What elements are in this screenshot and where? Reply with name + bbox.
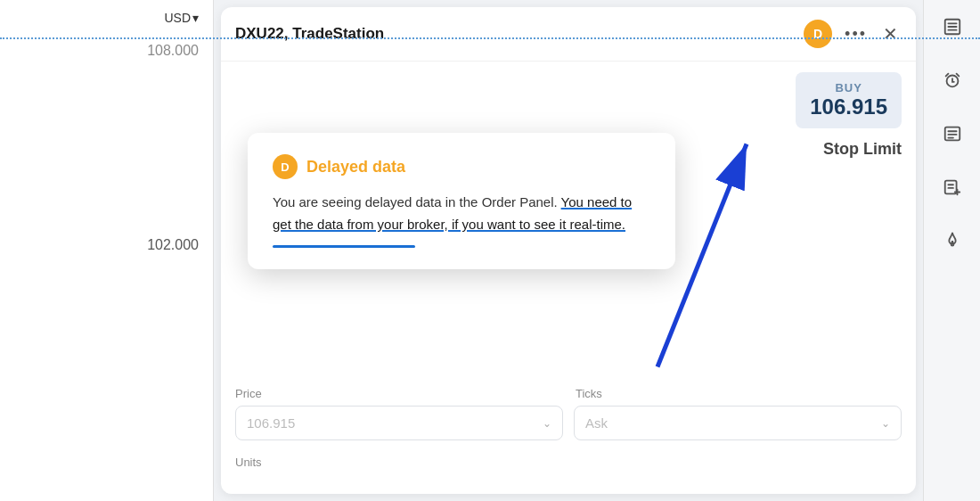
- tooltip-body: You are seeing delayed data in the Order…: [273, 192, 650, 236]
- more-options-button[interactable]: •••: [841, 21, 870, 47]
- price-chevron-icon: ⌄: [543, 417, 551, 430]
- left-column: USD ▾ 108.000 102.000: [0, 0, 214, 501]
- panel-title: DXU22, TradeStation: [235, 25, 795, 43]
- ticks-input-value: Ask: [585, 415, 608, 431]
- add-note-icon[interactable]: [936, 171, 968, 203]
- form-labels: Price Ticks: [235, 387, 902, 400]
- buy-price: 106.915: [810, 94, 887, 119]
- close-button[interactable]: ✕: [879, 21, 902, 46]
- panel-avatar[interactable]: D: [804, 20, 832, 48]
- currency-text: USD: [164, 11, 191, 25]
- right-sidebar: [923, 0, 980, 501]
- price-input-value: 106.915: [247, 415, 295, 431]
- ticks-label: Ticks: [576, 387, 902, 400]
- tooltip-header: D Delayed data: [273, 154, 650, 179]
- currency-label[interactable]: USD ▾: [164, 11, 199, 25]
- price-top: 108.000: [147, 43, 199, 59]
- news-icon[interactable]: [936, 118, 968, 150]
- fire-icon[interactable]: [936, 225, 968, 257]
- tooltip-title: Delayed data: [306, 158, 405, 177]
- ticks-chevron-icon: ⌄: [881, 417, 890, 430]
- form-inputs: 106.915 ⌄ Ask ⌄: [235, 406, 902, 440]
- svg-line-8: [956, 74, 959, 77]
- tooltip-underline-bar: [273, 245, 415, 248]
- currency-arrow: ▾: [192, 11, 199, 25]
- price-input[interactable]: 106.915 ⌄: [235, 406, 563, 440]
- panel-header: DXU22, TradeStation D ••• ✕: [221, 7, 916, 62]
- svg-line-7: [945, 74, 948, 77]
- tooltip-body-start: You are seeing delayed data in the Order…: [273, 194, 558, 209]
- form-section: Price Ticks 106.915 ⌄ Ask ⌄: [235, 387, 902, 440]
- panel-body: D Delayed data You are seeing delayed da…: [221, 62, 916, 494]
- alarm-icon[interactable]: [936, 64, 968, 96]
- delayed-data-tooltip: D Delayed data You are seeing delayed da…: [248, 133, 675, 269]
- buy-section: BUY 106.915: [796, 72, 902, 128]
- dotted-price-line: [0, 37, 980, 39]
- stop-limit-label: Stop Limit: [823, 140, 902, 159]
- price-mid: 102.000: [147, 237, 199, 253]
- price-label: Price: [235, 387, 561, 400]
- buy-label: BUY: [810, 81, 887, 94]
- units-label: Units: [235, 456, 262, 469]
- tooltip-avatar: D: [273, 154, 298, 179]
- ticks-input[interactable]: Ask ⌄: [574, 406, 902, 440]
- order-panel: DXU22, TradeStation D ••• ✕ D Delayed da…: [221, 7, 916, 494]
